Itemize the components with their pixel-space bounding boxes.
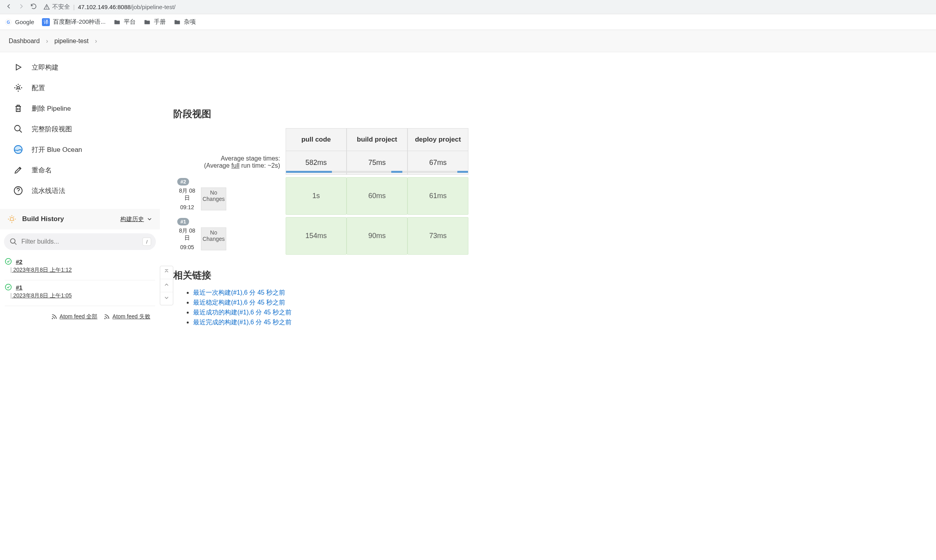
insecure-label: 不安全 xyxy=(52,3,70,11)
bookmark-google[interactable]: G Google xyxy=(5,19,34,26)
sidebar-item-rename[interactable]: 重命名 xyxy=(0,160,160,180)
chevron-down-icon xyxy=(146,216,153,222)
atom-feed-row: Atom feed 全部 Atom feed 失败 xyxy=(0,307,160,327)
sidebar-item-full-stage-view[interactable]: 完整阶段视图 xyxy=(0,119,160,139)
sidebar-item-configure[interactable]: 配置 xyxy=(0,78,160,98)
build-timestamp[interactable]: 2023年8月8日 上午1:05 xyxy=(14,292,155,299)
stage-cell[interactable]: 73ms xyxy=(407,217,468,255)
stage-cell[interactable]: 154ms xyxy=(286,217,347,255)
stage-view-title: 阶段视图 xyxy=(173,108,936,120)
sidebar-item-label: 流水线语法 xyxy=(32,186,65,195)
run-date: 8月 08 日 09:05 xyxy=(176,227,199,250)
svg-point-6 xyxy=(10,218,13,221)
svg-point-2 xyxy=(17,87,19,89)
sidebar: 立即构建 配置 删除 Pipeline 完整阶段视图 打开 Blue Ocean… xyxy=(0,52,160,328)
svg-text:G: G xyxy=(7,19,10,24)
avg-time-cell: 67ms xyxy=(407,151,468,175)
warning-icon xyxy=(44,4,50,10)
chevron-right-icon: › xyxy=(46,38,48,45)
atom-feed-failures[interactable]: Atom feed 失败 xyxy=(104,313,150,320)
sidebar-item-delete[interactable]: 删除 Pipeline xyxy=(0,98,160,119)
bookmark-label: Google xyxy=(15,19,34,25)
build-link[interactable]: #2 xyxy=(16,258,23,265)
bookmark-baidu[interactable]: 译 百度翻译-200种语... xyxy=(42,18,106,26)
avg-time-cell: 75ms xyxy=(347,151,407,175)
reload-button[interactable] xyxy=(30,3,37,11)
success-icon xyxy=(5,284,12,291)
stage-cell[interactable]: 90ms xyxy=(347,217,407,255)
gear-icon xyxy=(13,83,23,93)
avg-time-cell: 582ms xyxy=(286,151,347,175)
svg-point-11 xyxy=(105,318,105,319)
trash-icon xyxy=(13,104,23,113)
scroll-widget xyxy=(160,266,173,305)
bookmark-label: 平台 xyxy=(124,18,136,26)
build-history: Build History 构建历史 / #2 2023年8月8日 上午1:12 xyxy=(0,209,160,327)
build-timestamp[interactable]: 2023年8月8日 上午1:12 xyxy=(14,267,155,274)
folder-icon xyxy=(114,19,121,26)
scroll-down-button[interactable] xyxy=(160,292,173,305)
stage-cell[interactable]: 1s xyxy=(286,177,347,215)
stage-cell[interactable]: 60ms xyxy=(347,177,407,215)
breadcrumb-dashboard[interactable]: Dashboard xyxy=(9,38,40,45)
folder-icon xyxy=(174,19,181,26)
search-icon xyxy=(9,238,17,246)
sun-icon xyxy=(7,214,17,224)
forward-button[interactable] xyxy=(17,2,25,12)
filter-builds-input[interactable] xyxy=(4,233,156,250)
related-link[interactable]: 最近完成的构建(#1),6 分 45 秒之前 xyxy=(193,319,292,325)
avg-label: Average stage times: (Average full run t… xyxy=(173,151,286,175)
search-icon xyxy=(13,124,23,134)
sidebar-item-blue-ocean[interactable]: 打开 Blue Ocean xyxy=(0,139,160,160)
back-button[interactable] xyxy=(5,2,13,12)
stage-header-build-project: build project xyxy=(347,128,407,151)
url-bar[interactable]: 不安全 | 47.102.149.46:8088/job/pipeline-te… xyxy=(44,3,176,11)
build-item: #1 2023年8月8日 上午1:05 xyxy=(0,281,160,305)
related-link[interactable]: 最近一次构建(#1),6 分 45 秒之前 xyxy=(193,289,285,296)
bookmark-manual[interactable]: 手册 xyxy=(144,18,166,26)
bookmark-label: 百度翻译-200种语... xyxy=(53,18,106,26)
atom-feed-all[interactable]: Atom feed 全部 xyxy=(51,313,98,320)
stage-header-pull-code: pull code xyxy=(286,128,347,151)
run-row: #1 8月 08 日 09:05 No Changes 154ms 90ms 7… xyxy=(173,217,468,255)
bookmark-label: 手册 xyxy=(154,18,166,26)
related-link[interactable]: 最近成功的构建(#1),6 分 45 秒之前 xyxy=(193,309,292,316)
breadcrumb-job[interactable]: pipeline-test xyxy=(55,38,89,45)
run-badge[interactable]: #2 xyxy=(177,178,189,185)
keyboard-shortcut: / xyxy=(142,238,151,246)
url-host: 47.102.149.46:8088 xyxy=(78,4,131,10)
related-link[interactable]: 最近稳定构建(#1),6 分 45 秒之前 xyxy=(193,299,285,306)
rss-icon xyxy=(104,314,110,320)
build-item: #2 2023年8月8日 上午1:12 xyxy=(0,255,160,279)
sidebar-item-label: 配置 xyxy=(32,83,45,93)
pencil-icon xyxy=(13,165,23,175)
run-badge[interactable]: #1 xyxy=(177,218,189,225)
scroll-top-button[interactable] xyxy=(160,266,173,279)
build-link[interactable]: #1 xyxy=(16,284,23,291)
insecure-badge: 不安全 xyxy=(44,3,70,11)
translate-icon: 译 xyxy=(42,18,50,26)
success-icon xyxy=(5,258,12,265)
scroll-up-button[interactable] xyxy=(160,279,173,292)
build-filter: / xyxy=(4,233,156,250)
svg-point-10 xyxy=(52,318,52,319)
build-history-title: Build History xyxy=(22,215,115,223)
browser-toolbar: 不安全 | 47.102.149.46:8088/job/pipeline-te… xyxy=(0,0,936,14)
bookmarks-bar: G Google 译 百度翻译-200种语... 平台 手册 杂项 xyxy=(0,14,936,30)
bookmark-misc[interactable]: 杂项 xyxy=(174,18,196,26)
breadcrumb: Dashboard › pipeline-test › xyxy=(0,30,936,52)
blue-ocean-icon xyxy=(13,145,23,154)
sidebar-item-build-now[interactable]: 立即构建 xyxy=(0,57,160,78)
run-row: #2 8月 08 日 09:12 No Changes 1s 60ms 61ms xyxy=(173,177,468,215)
sidebar-item-pipeline-syntax[interactable]: 流水线语法 xyxy=(0,180,160,201)
run-date: 8月 08 日 09:12 xyxy=(176,187,199,210)
build-history-toggle[interactable]: 构建历史 xyxy=(120,216,153,223)
bookmark-platform[interactable]: 平台 xyxy=(114,18,136,26)
svg-point-7 xyxy=(11,239,15,244)
sidebar-item-label: 重命名 xyxy=(32,166,52,175)
stage-cell[interactable]: 61ms xyxy=(407,177,468,215)
sidebar-item-label: 完整阶段视图 xyxy=(32,125,72,134)
related-links-title: 相关链接 xyxy=(173,269,936,282)
browser-nav xyxy=(5,2,37,12)
svg-point-9 xyxy=(6,284,11,290)
